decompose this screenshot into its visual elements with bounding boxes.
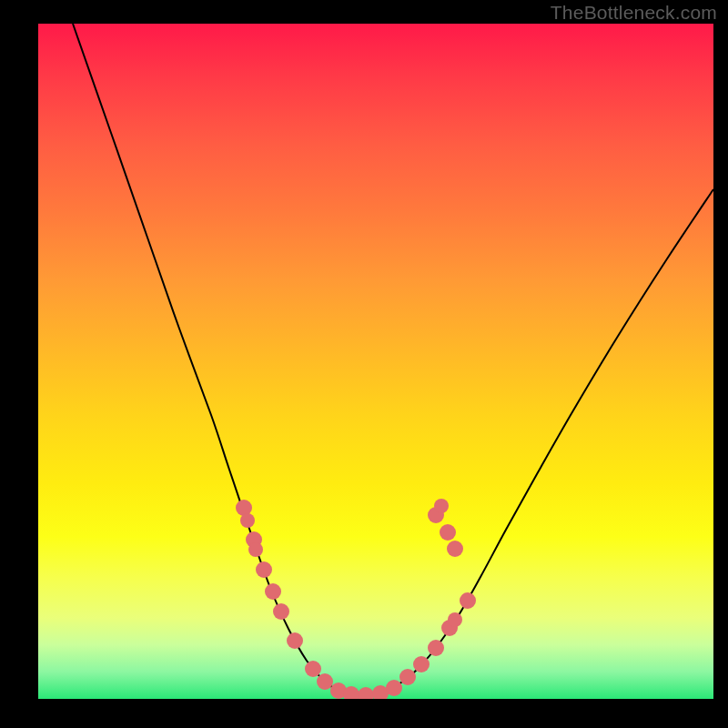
curve-marker (428, 640, 444, 656)
curve-marker (240, 513, 255, 528)
curve-marker (440, 524, 456, 541)
curve-marker (399, 669, 416, 685)
curve-marker (265, 583, 281, 600)
chart-svg (38, 24, 713, 699)
bottleneck-curve (73, 24, 713, 695)
curve-marker (256, 561, 272, 578)
curve-marker (236, 500, 252, 516)
curve-marker (317, 673, 333, 690)
curve-marker (434, 499, 449, 513)
curve-marker (248, 542, 263, 557)
curve-marker (447, 541, 463, 557)
curve-marker (358, 687, 374, 699)
plot-area (38, 24, 713, 699)
curve-marker (448, 612, 462, 627)
curve-marker (460, 592, 476, 609)
curve-marker (273, 603, 289, 620)
attribution-text: TheBottleneck.com (551, 2, 717, 24)
chart-stage: TheBottleneck.com (0, 0, 728, 728)
curve-marker (305, 661, 321, 677)
curve-marker (386, 680, 402, 696)
curve-marker (413, 656, 430, 672)
curve-marker (287, 632, 303, 649)
curve-markers (236, 499, 476, 699)
